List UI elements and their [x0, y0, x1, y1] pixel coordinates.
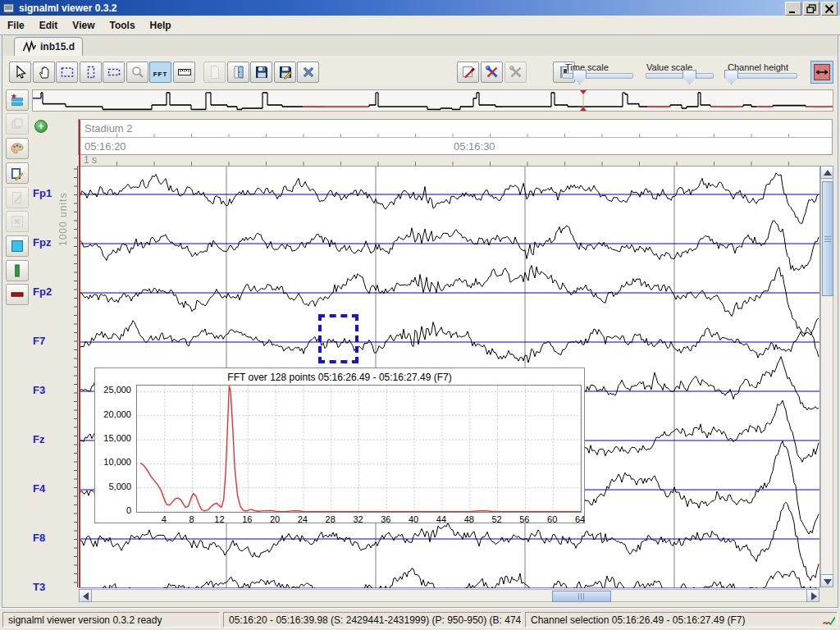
- fit-channel-height-button[interactable]: [810, 61, 833, 84]
- value-ruler: [71, 166, 79, 587]
- channel-label-F3[interactable]: F3: [33, 384, 71, 396]
- fft-y-tick-label: 25,000: [95, 385, 131, 395]
- pan-tool-button[interactable]: [33, 62, 55, 83]
- signal-trace-Fp2: [79, 266, 819, 336]
- page-edit-icon: [10, 190, 25, 205]
- scroll-down-button[interactable]: [820, 574, 833, 587]
- edit-annotations-button[interactable]: [6, 162, 29, 184]
- fft-tool-button[interactable]: FFT: [149, 62, 171, 83]
- scroll-left-button[interactable]: [79, 589, 92, 602]
- channel-label-F4[interactable]: F4: [33, 482, 71, 495]
- save-icon: [254, 65, 269, 80]
- green-bar-icon: [10, 263, 25, 278]
- menu-file[interactable]: File: [0, 17, 32, 34]
- signal-trace-T3: [79, 568, 819, 588]
- measure-tool-button[interactable]: [173, 62, 195, 83]
- fft-title: FFT over 128 points 05:16:26.49 - 05:16:…: [95, 372, 584, 383]
- note-edit-icon: [10, 166, 25, 180]
- signal-status-icon: [822, 614, 835, 628]
- fit-width-icon: [814, 64, 830, 80]
- rect-select-tool-button[interactable]: [56, 62, 78, 83]
- fft-popup-window: FFT over 128 points 05:16:26.49 - 05:16:…: [94, 368, 585, 523]
- page-header: Stadium 2 05:16:20 05:16:30: [78, 119, 833, 155]
- tools-cross-icon: [509, 65, 523, 80]
- fft-plot: [136, 385, 582, 513]
- edit-signal-parameters-button[interactable]: [457, 62, 479, 83]
- vertical-scroll-thumb[interactable]: [822, 181, 833, 296]
- pointer-tool-button[interactable]: [9, 62, 31, 83]
- menu-help[interactable]: Help: [143, 17, 179, 34]
- red-bar-icon: [10, 287, 25, 302]
- hand-tool-icon: [37, 65, 52, 80]
- marker-red-button[interactable]: [6, 284, 29, 305]
- vertical-scrollbar[interactable]: [820, 166, 833, 587]
- value-scale-slider-thumb[interactable]: [682, 70, 696, 84]
- scroll-right-button[interactable]: [806, 589, 819, 602]
- channel-selection-box[interactable]: [318, 314, 358, 363]
- menu-view[interactable]: View: [65, 17, 102, 34]
- row-select-tool-button[interactable]: [103, 62, 125, 83]
- restore-button[interactable]: [803, 2, 819, 16]
- montage-button[interactable]: [6, 89, 29, 111]
- close-document-button[interactable]: [297, 62, 319, 83]
- colors-button[interactable]: [6, 138, 29, 159]
- fft-icon: FFT: [153, 65, 168, 80]
- channel-label-F8[interactable]: F8: [33, 532, 71, 544]
- fft-x-tick-label: 60: [541, 514, 563, 524]
- cyan-square-icon: [10, 239, 25, 253]
- marker-cyan-button[interactable]: [6, 235, 29, 257]
- window-controls: [785, 2, 838, 16]
- horizontal-scrollbar[interactable]: [79, 589, 819, 602]
- channel-label-Fp1[interactable]: Fp1: [33, 187, 71, 199]
- fft-x-tick-label: 28: [320, 514, 341, 524]
- window-title: signalml viewer 0.3.2: [19, 2, 116, 14]
- tools-cross-icon: [485, 65, 500, 80]
- channel-label-T3[interactable]: T3: [33, 581, 71, 593]
- delete-marker-button: [6, 211, 29, 232]
- time-ruler: 1 s: [78, 155, 833, 166]
- toolbar: FFTTime scaleValue scaleChannel height: [2, 56, 837, 86]
- value-scale-slider[interactable]: [646, 73, 714, 79]
- tab-label: inb15.d: [40, 41, 75, 52]
- channel-label-F7[interactable]: F7: [33, 335, 71, 347]
- fft-x-tick-label: 32: [348, 514, 369, 524]
- minimize-button[interactable]: [785, 2, 801, 16]
- signal-wave-icon: [22, 40, 37, 53]
- menu-edit[interactable]: Edit: [32, 17, 66, 34]
- menu-bar: FileEditViewToolsHelp: [0, 16, 840, 35]
- fft-curve: [140, 386, 581, 512]
- open-document-button[interactable]: [227, 62, 249, 83]
- channel-label-Fpz[interactable]: Fpz: [33, 236, 71, 249]
- fft-y-tick-label: 10,000: [95, 457, 131, 467]
- value-units-label: 1000 units: [57, 168, 69, 246]
- channel-label-Fp2[interactable]: Fp2: [33, 285, 71, 298]
- fft-x-tick-label: 4: [153, 514, 175, 524]
- pages-icon: [10, 116, 25, 131]
- signal-tools-alt-button: [504, 62, 527, 83]
- marker-green-button[interactable]: [6, 260, 29, 281]
- recording-overview-hypnogram[interactable]: [32, 89, 833, 112]
- fft-y-tick-label: 20,000: [95, 409, 131, 419]
- add-tag-button[interactable]: +: [34, 120, 48, 133]
- save-as-icon: [278, 65, 293, 80]
- signal-tools-button[interactable]: [481, 62, 503, 83]
- menu-tools[interactable]: Tools: [102, 17, 142, 34]
- status-message: signalml viewer version 0.3.2 ready: [2, 612, 220, 628]
- time-scale-slider-thumb[interactable]: [573, 70, 587, 84]
- scroll-up-button[interactable]: [820, 166, 833, 179]
- page-start-marker: [79, 120, 80, 587]
- fft-x-tick-label: 44: [431, 514, 452, 524]
- tab-inb15d[interactable]: inb15.d: [14, 37, 83, 56]
- zoom-tool-button[interactable]: [126, 62, 148, 83]
- channel-label-Fz[interactable]: Fz: [33, 433, 71, 445]
- fft-x-tick-label: 8: [181, 514, 203, 524]
- time-label-start: 05:16:20: [84, 140, 126, 153]
- column-select-tool-button[interactable]: [80, 62, 102, 83]
- save-document-button[interactable]: [250, 62, 272, 83]
- status-bar: signalml viewer version 0.3.2 ready 05:1…: [0, 608, 840, 630]
- channel-height-slider-thumb[interactable]: [724, 70, 738, 84]
- time-row: 05:16:20 05:16:30: [79, 138, 832, 156]
- save-document-as-button[interactable]: [274, 62, 296, 83]
- horizontal-scroll-thumb[interactable]: [552, 591, 611, 602]
- close-button[interactable]: [821, 2, 838, 16]
